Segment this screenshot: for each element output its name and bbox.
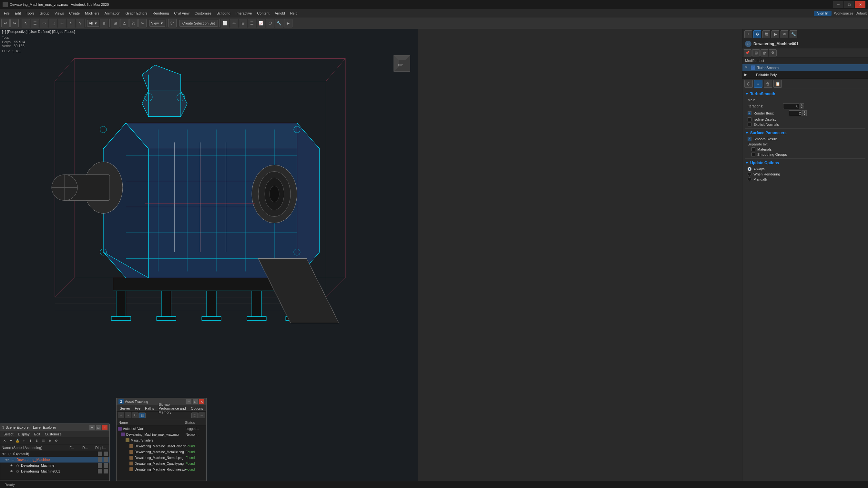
maximize-button[interactable]: □	[844, 1, 855, 8]
se-sort-button[interactable]: ▼	[8, 438, 14, 444]
use-pivot-button[interactable]: ⊕	[100, 19, 108, 27]
move-button[interactable]: ✛	[58, 19, 66, 27]
se-lock-button[interactable]: 🔒	[14, 438, 20, 444]
sign-in-button[interactable]: Sign In	[814, 11, 831, 16]
at-remove-button[interactable]: -	[125, 413, 131, 418]
at-roughness-row[interactable]: Dewatering_Machine_Roughness.png Found	[117, 466, 206, 472]
at-expand-button[interactable]: ⬚	[191, 413, 198, 418]
at-basecolor-row[interactable]: Dewatering_Machine_BaseColor.png Found	[117, 443, 206, 449]
turbosmooth-modifier[interactable]: 👁 T TurboSmooth	[742, 64, 868, 71]
at-file-menu[interactable]: File	[133, 406, 142, 410]
scale-button[interactable]: ⤡	[76, 19, 84, 27]
at-bitmap-menu[interactable]: Bitmap Performance and Memory	[157, 402, 188, 414]
close-button[interactable]: ✕	[855, 1, 865, 8]
menu-views[interactable]: Views	[52, 10, 66, 17]
menu-animation[interactable]: Animation	[102, 10, 123, 17]
spinner-snap[interactable]: ∿	[138, 19, 147, 27]
se-delete-button[interactable]: ✕	[2, 438, 7, 444]
percent-snap[interactable]: %	[129, 19, 137, 27]
explicit-normals-checkbox[interactable]	[748, 123, 751, 126]
display-panel-button[interactable]: 👁	[780, 30, 788, 38]
at-metallic-row[interactable]: Dewatering_Machine_Metallic.png Found	[117, 449, 206, 455]
menu-customize[interactable]: Customize	[192, 10, 214, 17]
at-options-menu[interactable]: Options	[189, 406, 205, 410]
redo-button[interactable]: ↪	[10, 19, 19, 27]
se-row-machine-mesh[interactable]: 👁 ⬡ Dewatering_Machine	[0, 462, 110, 468]
render-iters-input[interactable]	[789, 110, 802, 116]
mirror-button[interactable]: ⇔	[230, 19, 238, 27]
editable-poly-modifier[interactable]: ▶ Editable Poly	[742, 71, 868, 78]
se-add-button[interactable]: +	[21, 438, 27, 444]
at-add-button[interactable]: +	[118, 413, 124, 418]
at-restore-button[interactable]: □	[193, 399, 198, 404]
smoothing-groups-checkbox[interactable]	[751, 153, 755, 156]
at-server-menu[interactable]: Server	[118, 406, 132, 410]
se-restore-button[interactable]: □	[96, 425, 101, 430]
menu-scripting[interactable]: Scripting	[214, 10, 233, 17]
3d-snaps[interactable]: 3⁺	[168, 19, 177, 27]
iterations-up[interactable]: ▲	[800, 103, 804, 106]
se-select-menu[interactable]: Select	[2, 432, 16, 436]
at-paths-menu[interactable]: Paths	[143, 406, 156, 410]
always-radio[interactable]	[748, 167, 751, 171]
menu-arnold[interactable]: Arnold	[272, 10, 288, 17]
material-editor[interactable]: ⬡	[266, 19, 274, 27]
se-minimize-button[interactable]: ─	[89, 425, 95, 430]
menu-group[interactable]: Group	[37, 10, 52, 17]
se-row-default[interactable]: 👁 ⬡ 0 (default)	[0, 451, 110, 457]
at-maps-folder-row[interactable]: Maps / Shaders	[117, 437, 206, 443]
hierarchy-panel-button[interactable]: ⛓	[763, 30, 770, 38]
selection-display-button[interactable]: ⬡	[744, 80, 753, 88]
se-row-machine001[interactable]: 👁 ⬡ Dewatering_Machine001	[0, 468, 110, 474]
se-display-menu[interactable]: Display	[16, 432, 32, 436]
render-button[interactable]: ▶	[284, 19, 292, 27]
select-by-name-button[interactable]: ☰	[31, 19, 39, 27]
layer-manager[interactable]: ☰	[248, 19, 256, 27]
smooth-result-checkbox[interactable]	[748, 137, 751, 141]
menu-create[interactable]: Create	[66, 10, 82, 17]
configure-modifier-sets[interactable]: ⚙	[769, 50, 777, 57]
menu-modifiers[interactable]: Modifiers	[82, 10, 102, 17]
snaps-toggle[interactable]: ⊞	[111, 19, 119, 27]
menu-graph-editors[interactable]: Graph Editors	[123, 10, 150, 17]
angle-snap[interactable]: ∠	[120, 19, 128, 27]
motion-panel-button[interactable]: ▶	[772, 30, 779, 38]
when-rendering-radio[interactable]	[748, 172, 751, 176]
window-crossing-button[interactable]: ⬚	[49, 19, 57, 27]
se-customize-menu[interactable]: Customize	[43, 432, 64, 436]
se-refresh-button[interactable]: ↻	[47, 438, 53, 444]
menu-content[interactable]: Content	[254, 10, 272, 17]
select-region-button[interactable]: ▭	[40, 19, 48, 27]
utilities-panel-button[interactable]: 🔧	[789, 30, 797, 38]
render-iters-spinner[interactable]: ▲ ▼	[802, 110, 807, 116]
at-refresh-button[interactable]: ↻	[132, 413, 138, 418]
undo-button[interactable]: ↩	[1, 19, 10, 27]
se-layer-button[interactable]: ☰	[40, 438, 46, 444]
iterations-spinner[interactable]: ▲ ▼	[800, 103, 804, 109]
menu-file[interactable]: File	[1, 10, 12, 17]
materials-checkbox[interactable]	[751, 148, 755, 151]
se-arrow-button[interactable]: ⬆	[27, 438, 33, 444]
main-viewport[interactable]: [+] [Perspective] [User Defined] [Edged …	[0, 29, 418, 488]
curve-editor[interactable]: 📈	[257, 19, 265, 27]
minimize-button[interactable]: ─	[833, 1, 843, 8]
menu-edit[interactable]: Edit	[12, 10, 24, 17]
copy-paste-button[interactable]: 📋	[773, 80, 782, 88]
at-opacity-row[interactable]: Dewatering_Machine_Opacity.png Found	[117, 461, 206, 466]
menu-tools[interactable]: Tools	[24, 10, 37, 17]
se-close-button[interactable]: ✕	[102, 425, 107, 430]
menu-rendering[interactable]: Rendering	[150, 10, 172, 17]
at-max-row[interactable]: Dewatering_Machine_max_vray.max Networ..…	[117, 431, 206, 437]
select-object-button[interactable]: ↖	[22, 19, 30, 27]
create-selection-set-input[interactable]: Create Selection Set	[180, 20, 218, 27]
render-setup[interactable]: 🔧	[275, 19, 283, 27]
se-arrow-down-button[interactable]: ⬇	[34, 438, 40, 444]
skin-wrap-button[interactable]: 🗑	[764, 80, 772, 88]
render-iters-up[interactable]: ▲	[802, 110, 807, 113]
reference-coord-dropdown[interactable]: All ▼	[87, 20, 99, 27]
rotate-button[interactable]: ↻	[67, 19, 75, 27]
modifier-tab-button[interactable]: ▤	[752, 50, 760, 57]
se-edit-menu[interactable]: Edit	[32, 432, 42, 436]
delete-modifier-button[interactable]: 🗑	[761, 50, 768, 57]
at-view-button[interactable]: ▤	[139, 413, 146, 418]
